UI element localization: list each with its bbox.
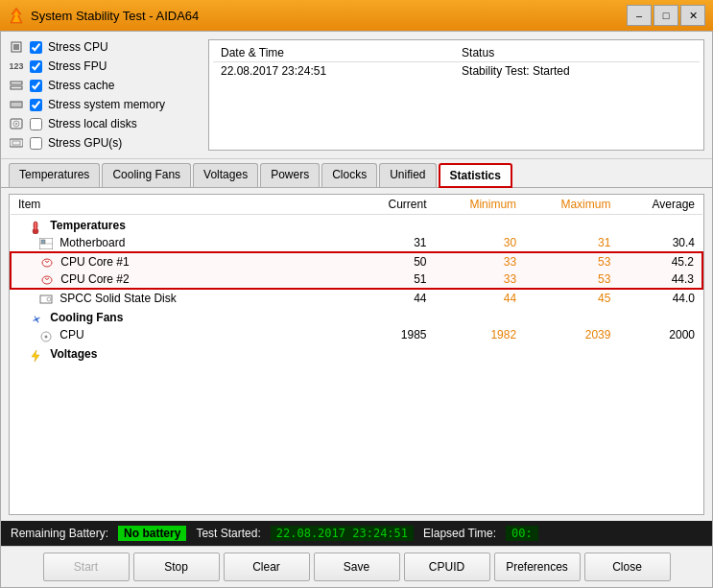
action-bar: Start Stop Clear Save CPUID Preferences …	[1, 546, 712, 587]
group-voltages: Voltages	[11, 343, 702, 363]
cpu2-maximum: 53	[524, 270, 618, 289]
svg-point-26	[47, 297, 51, 301]
group-cooling-fans: Cooling Fans	[11, 307, 702, 326]
cpu2-minimum: 33	[435, 270, 525, 289]
cpu-temp-icon-2	[40, 274, 54, 286]
stress-cache-label: Stress cache	[48, 79, 114, 92]
item-ssd: SPCC Solid State Disk	[11, 289, 357, 307]
ssd-current: 44	[357, 289, 435, 307]
group-temperatures: Temperatures	[11, 215, 702, 235]
data-table: Item Current Minimum Maximum Average	[10, 195, 703, 363]
battery-value: No battery	[118, 526, 186, 541]
item-cpu-fan: CPU	[11, 326, 357, 343]
tab-powers[interactable]: Powers	[260, 163, 320, 187]
voltage-icon	[30, 349, 43, 361]
cpu2-average: 44.3	[618, 270, 702, 289]
app-icon	[8, 7, 25, 24]
svg-rect-4	[11, 82, 22, 84]
minimize-button[interactable]: –	[627, 5, 652, 26]
stress-memory-label: Stress system memory	[48, 98, 165, 111]
elapsed-label: Elapsed Time:	[423, 527, 496, 540]
temperatures-group-label: Temperatures	[50, 219, 125, 232]
cpu2-current: 51	[357, 270, 435, 289]
svg-point-14	[15, 123, 17, 125]
title-bar: System Stability Test - AIDA64 – □ ✕	[0, 0, 713, 31]
stress-memory-checkbox[interactable]	[30, 99, 42, 111]
cpuid-button[interactable]: CPUID	[404, 553, 490, 581]
preferences-button[interactable]: Preferences	[494, 553, 581, 581]
col-average: Average	[618, 195, 702, 215]
ssd-average: 44.0	[618, 289, 702, 307]
stress-gpu-checkbox[interactable]	[30, 137, 42, 150]
cpu-temp-icon-1	[40, 257, 54, 269]
table-row-cpu-core2: CPU Core #2 51 33 53 44.3	[11, 270, 702, 289]
svg-rect-25	[40, 295, 52, 303]
svg-marker-30	[32, 350, 39, 362]
col-maximum: Maximum	[524, 195, 618, 215]
svg-rect-15	[10, 139, 23, 147]
item-cpu-core1: CPU Core #1	[11, 252, 357, 270]
item-cpu-core2: CPU Core #2	[11, 270, 357, 289]
elapsed-value: 00:	[506, 526, 538, 541]
battery-label: Remaining Battery:	[11, 527, 108, 540]
test-started-value: 22.08.2017 23:24:51	[271, 526, 414, 541]
tab-statistics[interactable]: Statistics	[439, 163, 512, 188]
stop-button[interactable]: Stop	[133, 553, 220, 581]
test-started-label: Test Started:	[196, 527, 260, 540]
log-table: Date & Time Status 22.08.2017 23:24:51 S…	[213, 44, 700, 80]
cpu-fan-current: 1985	[357, 326, 435, 343]
maximize-button[interactable]: □	[654, 5, 678, 26]
stress-cache-checkbox[interactable]	[30, 80, 42, 92]
stress-fpu-item: 123 Stress FPU	[9, 59, 201, 74]
tab-clocks[interactable]: Clocks	[321, 163, 377, 187]
stress-fpu-label: Stress FPU	[48, 59, 107, 73]
stress-gpu-label: Stress GPU(s)	[48, 136, 122, 150]
stress-fpu-checkbox[interactable]	[30, 60, 42, 73]
clear-button[interactable]: Clear	[224, 553, 310, 581]
stress-cpu-item: Stress CPU	[9, 39, 201, 55]
ssd-maximum: 45	[524, 289, 618, 307]
thermometer-icon	[30, 221, 43, 232]
svg-point-29	[45, 335, 48, 338]
close-button[interactable]: Close	[584, 553, 671, 581]
tab-temperatures[interactable]: Temperatures	[9, 163, 100, 187]
item-motherboard: Motherboard	[11, 234, 357, 252]
svg-rect-21	[41, 240, 45, 244]
svg-rect-16	[12, 141, 20, 145]
table-row-cpu-fan: CPU 1985 1982 2039 2000	[11, 326, 702, 343]
tab-voltages[interactable]: Voltages	[193, 163, 258, 187]
stress-cpu-checkbox[interactable]	[30, 41, 42, 54]
cache-icon	[9, 78, 24, 93]
save-button[interactable]: Save	[314, 553, 400, 581]
main-window: Stress CPU 123 Stress FPU Stress cache	[0, 31, 713, 588]
top-section: Stress CPU 123 Stress FPU Stress cache	[1, 32, 712, 159]
tab-unified[interactable]: Unified	[379, 163, 436, 187]
log-status: Stability Test: Started	[454, 62, 700, 81]
cpu-fan-minimum: 1982	[435, 326, 525, 343]
stress-cpu-label: Stress CPU	[48, 40, 108, 54]
stress-cache-item: Stress cache	[9, 78, 201, 93]
tab-cooling-fans[interactable]: Cooling Fans	[102, 163, 191, 187]
fpu-icon: 123	[9, 59, 24, 74]
cpu-icon	[9, 39, 24, 55]
motherboard-minimum: 30	[435, 234, 525, 252]
fan-icon	[30, 313, 43, 324]
start-button[interactable]: Start	[43, 553, 130, 581]
close-window-button[interactable]: ✕	[680, 5, 705, 26]
memory-icon	[9, 97, 24, 112]
svg-rect-3	[13, 44, 19, 50]
log-header-status: Status	[454, 44, 700, 62]
cooling-fans-group-label: Cooling Fans	[50, 311, 123, 324]
data-table-wrapper[interactable]: Item Current Minimum Maximum Average	[9, 194, 704, 515]
motherboard-average: 30.4	[618, 234, 702, 252]
stress-disks-checkbox[interactable]	[30, 118, 42, 130]
data-section: Item Current Minimum Maximum Average	[1, 188, 712, 521]
stress-memory-item: Stress system memory	[9, 97, 201, 112]
cpu1-minimum: 33	[435, 252, 525, 270]
status-bar: Remaining Battery: No battery Test Start…	[1, 521, 712, 546]
gpu-icon	[9, 135, 24, 151]
disk-icon	[9, 116, 24, 131]
col-minimum: Minimum	[435, 195, 525, 215]
log-area: Date & Time Status 22.08.2017 23:24:51 S…	[208, 39, 704, 151]
table-row-ssd: SPCC Solid State Disk 44 44 45 44.0	[11, 289, 702, 307]
